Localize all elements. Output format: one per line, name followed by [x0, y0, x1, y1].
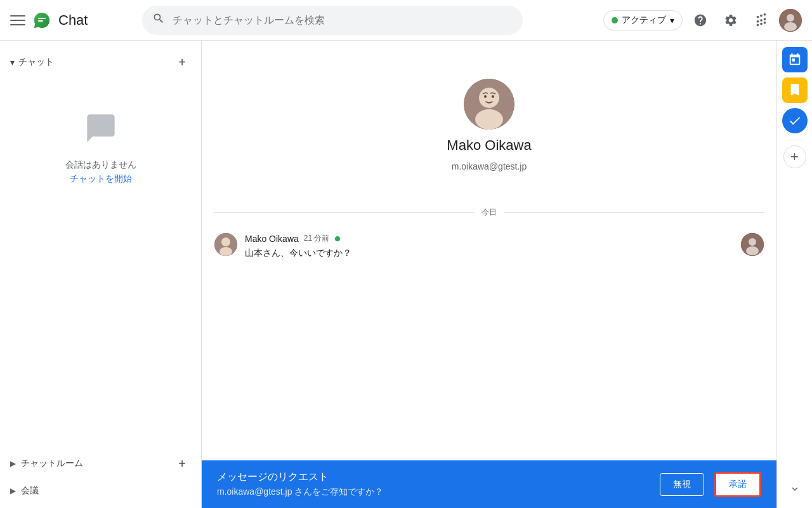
svg-point-8 — [475, 109, 503, 130]
date-line-left — [214, 212, 474, 213]
add-panel-button[interactable]: + — [783, 145, 806, 168]
status-label: アクティブ — [622, 15, 666, 26]
svg-point-15 — [749, 238, 756, 246]
app-title: Chat — [58, 12, 88, 29]
tasks-icon[interactable] — [782, 108, 808, 133]
rooms-label: チャットルーム — [21, 458, 83, 469]
date-divider: 今日 — [214, 197, 764, 228]
date-line-right — [504, 212, 764, 213]
app-logo — [30, 9, 53, 32]
message-content: Mako Oikawa 21 分前 山本さん、今いいですか？ — [245, 233, 733, 260]
chat-section: ▾ チャット + 会話はありません チャットを開始 — [0, 46, 201, 203]
request-info: メッセージのリクエスト m.oikawa@gtest.jp さんをご存知ですか？ — [217, 471, 650, 498]
chat-area: Mako Oikawa m.oikawa@gtest.jp 今日 — [202, 41, 776, 508]
header-left: Chat — [10, 9, 137, 32]
calendar-icon[interactable] — [782, 47, 808, 72]
sender-avatar — [214, 233, 237, 256]
expand-button[interactable] — [786, 480, 804, 498]
menu-icon[interactable] — [10, 13, 25, 28]
panel-divider — [787, 140, 802, 140]
ignore-button[interactable]: 無視 — [660, 473, 704, 496]
meetings-section-row[interactable]: ▶ 会議 — [0, 479, 201, 503]
main-content: ▾ チャット + 会話はありません チャットを開始 ▶ チャットルーム + — [0, 41, 812, 508]
svg-point-4 — [787, 14, 794, 22]
request-title: メッセージのリクエスト — [217, 471, 650, 484]
meetings-label: 会議 — [21, 485, 39, 497]
help-button[interactable] — [688, 8, 713, 33]
chat-section-title: チャット — [18, 57, 54, 68]
keep-icon[interactable] — [782, 77, 808, 103]
svg-point-5 — [784, 22, 797, 31]
apps-button[interactable] — [749, 8, 774, 33]
contact-header: Mako Oikawa m.oikawa@gtest.jp — [202, 41, 776, 197]
svg-point-10 — [492, 95, 494, 98]
message-sender: Mako Oikawa — [245, 234, 299, 244]
status-button[interactable]: アクティブ ▾ — [603, 10, 683, 30]
svg-point-13 — [219, 247, 232, 256]
chevron-down-icon: ▾ — [10, 57, 15, 67]
empty-state: 会話はありません チャットを開始 — [0, 74, 201, 197]
sidebar: ▾ チャット + 会話はありません チャットを開始 ▶ チャットルーム + — [0, 41, 202, 508]
search-bar — [142, 6, 523, 35]
contact-email: m.oikawa@gtest.jp — [452, 161, 527, 171]
message-text: 山本さん、今いいですか？ — [245, 246, 733, 260]
recipient-avatar — [741, 233, 764, 256]
user-avatar[interactable] — [779, 9, 802, 32]
request-banner: メッセージのリクエスト m.oikawa@gtest.jp さんをご存知ですか？… — [202, 460, 776, 508]
add-chat-button[interactable]: + — [173, 53, 191, 71]
start-chat-link[interactable]: チャットを開始 — [70, 173, 132, 185]
search-input[interactable] — [173, 15, 513, 26]
empty-chat-icon — [84, 112, 117, 152]
chevron-down-icon: ▾ — [670, 15, 674, 25]
svg-point-9 — [484, 95, 487, 98]
header-right: アクティブ ▾ — [603, 8, 802, 33]
chevron-right-icon: ▶ — [10, 486, 16, 495]
rooms-section-row[interactable]: ▶ チャットルーム + — [0, 448, 201, 479]
svg-point-16 — [746, 246, 759, 255]
message-time: 21 分前 — [304, 233, 330, 244]
add-room-button[interactable]: + — [173, 455, 191, 472]
empty-text: 会話はありません — [65, 159, 136, 171]
svg-rect-2 — [38, 20, 43, 22]
message-header: Mako Oikawa 21 分前 — [245, 233, 733, 244]
svg-point-12 — [221, 237, 230, 246]
settings-button[interactable] — [718, 8, 743, 33]
contact-name: Mako Oikawa — [447, 137, 531, 154]
online-dot — [335, 236, 340, 241]
request-description: m.oikawa@gtest.jp さんをご存知ですか？ — [217, 486, 650, 498]
accept-button[interactable]: 承諾 — [714, 472, 761, 497]
chevron-right-icon: ▶ — [10, 459, 16, 468]
search-icon — [152, 12, 165, 28]
chat-section-header[interactable]: ▾ チャット + — [0, 51, 201, 74]
sidebar-bottom: ▶ チャットルーム + ▶ 会議 — [0, 448, 201, 503]
contact-avatar — [464, 79, 514, 130]
svg-point-7 — [479, 88, 499, 108]
right-panel: + — [776, 41, 812, 508]
svg-rect-1 — [38, 18, 46, 19]
app-header: Chat アクティブ ▾ — [0, 0, 812, 41]
chat-messages: 今日 Mako Oikawa 21 分前 — [202, 197, 776, 460]
date-label: 今日 — [474, 207, 504, 218]
status-dot — [612, 17, 618, 23]
message-row: Mako Oikawa 21 分前 山本さん、今いいですか？ — [214, 228, 764, 265]
